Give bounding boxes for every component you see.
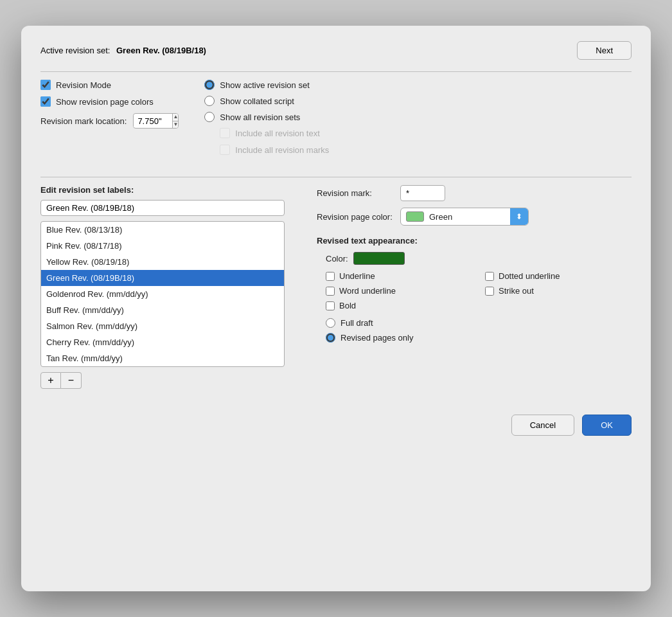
list-item[interactable]: Tan Rev. (mm/dd/yy) [41,350,284,366]
strike-out-item: Strike out [485,286,632,296]
mid-divider [40,177,632,177]
edit-revision-label: Edit revision set labels: [40,185,285,195]
revision-page-color-row: Revision page color: Green ⬍ [317,208,632,226]
list-item[interactable]: Blue Rev. (08/13/18) [41,222,284,238]
revised-pages-row: Revised pages only [317,333,632,343]
revision-mark-field-label: Revision mark: [317,188,400,198]
underline-checkbox[interactable] [326,272,335,281]
current-label-input[interactable] [40,200,285,216]
dialog-container: Active revision set: Green Rev. (08/19B/… [21,26,651,591]
bold-label: Bold [339,301,356,310]
word-underline-checkbox[interactable] [326,287,335,296]
show-active-radio[interactable] [204,80,215,90]
include-marks-row: Include all revision marks [220,145,632,155]
revised-pages-radio[interactable] [326,333,335,343]
active-revision-info: Active revision set: Green Rev. (08/19B/… [40,46,206,55]
show-active-row: Show active revision set [204,80,632,90]
word-underline-item: Word underline [326,286,472,296]
include-text-checkbox[interactable] [220,128,230,138]
spinner-input-wrap: ▲ ▼ [133,113,179,129]
appearance-checks-grid: Underline Dotted underline Word underlin… [317,271,632,310]
cancel-button[interactable]: Cancel [511,415,574,436]
color-dropdown-arrow-icon[interactable]: ⬍ [510,208,528,225]
appearance-section-label: Revised text appearance: [317,236,632,246]
strike-out-checkbox[interactable] [485,287,494,296]
revised-pages-label: Revised pages only [340,333,413,343]
show-colors-row: Show revision page colors [40,96,179,107]
appearance-color-swatch[interactable] [353,252,405,265]
ok-button[interactable]: OK [582,415,632,436]
revision-listbox: Blue Rev. (08/13/18) Pink Rev. (08/17/18… [40,221,285,367]
show-collated-row: Show collated script [204,96,632,106]
revision-page-color-label: Revision page color: [317,212,400,222]
add-revision-button[interactable]: + [40,372,61,389]
list-item[interactable]: Cherry Rev. (mm/dd/yy) [41,334,284,350]
list-item[interactable]: Green Rev. (08/19B/18) [41,270,284,286]
revision-mark-location-row: Revision mark location: ▲ ▼ [40,113,179,129]
edit-right-panel: Revision mark: Revision page color: Gree… [317,185,632,389]
full-draft-row: Full draft [317,318,632,328]
right-options: Show active revision set Show collated s… [204,80,632,161]
next-button[interactable]: Next [577,41,632,60]
revision-mark-field-row: Revision mark: [317,185,632,201]
active-revision-static-label: Active revision set: [40,46,110,55]
full-draft-label: Full draft [340,318,373,328]
include-marks-checkbox[interactable] [220,145,230,155]
edit-left-panel: Edit revision set labels: Blue Rev. (08/… [40,185,285,389]
underline-item: Underline [326,271,472,281]
appearance-color-row: Color: [317,252,632,265]
list-item[interactable]: Salmon Rev. (mm/dd/yy) [41,318,284,334]
color-dropdown-text: Green [429,212,510,222]
include-text-row: Include all revision text [220,128,632,138]
dotted-underline-checkbox[interactable] [485,272,494,281]
revision-mode-label: Revision Mode [56,80,111,90]
underline-label: Underline [339,271,375,281]
full-draft-radio[interactable] [326,318,335,328]
strike-out-label: Strike out [499,286,534,296]
show-all-label: Show all revision sets [220,112,300,122]
add-remove-row: + − [40,372,285,389]
top-section: Revision Mode Show revision page colors … [40,80,632,161]
footer: Cancel OK [40,415,632,436]
appearance-section: Revised text appearance: Color: Underlin… [317,236,632,343]
show-collated-radio[interactable] [204,96,215,106]
list-item[interactable]: Pink Rev. (08/17/18) [41,238,284,254]
show-colors-label: Show revision page colors [56,97,154,107]
left-options: Revision Mode Show revision page colors … [40,80,179,161]
revision-mark-input[interactable] [400,185,445,201]
list-item[interactable]: Goldenrod Rev. (mm/dd/yy) [41,286,284,302]
list-item[interactable]: Yellow Rev. (08/19/18) [41,254,284,270]
appearance-color-label: Color: [326,254,348,264]
remove-revision-button[interactable]: − [61,372,82,389]
bottom-section: Edit revision set labels: Blue Rev. (08/… [40,185,632,389]
spinner-down-button[interactable]: ▼ [173,121,178,129]
show-collated-label: Show collated script [220,96,294,106]
include-text-label: Include all revision text [235,129,320,138]
revision-mode-checkbox[interactable] [40,80,51,90]
dotted-underline-label: Dotted underline [499,271,560,281]
revision-mark-location-input[interactable] [134,115,172,127]
show-active-label: Show active revision set [220,80,309,90]
word-underline-label: Word underline [339,286,396,296]
spinner-arrows: ▲ ▼ [172,114,178,128]
show-all-row: Show all revision sets [204,112,632,122]
revision-page-color-dropdown[interactable]: Green ⬍ [400,208,529,226]
dotted-underline-item: Dotted underline [485,271,632,281]
revision-mode-row: Revision Mode [40,80,179,90]
bold-item: Bold [326,301,472,310]
revision-mark-location-label: Revision mark location: [40,116,127,126]
spinner-up-button[interactable]: ▲ [173,114,178,121]
list-item[interactable]: Buff Rev. (mm/dd/yy) [41,302,284,318]
show-all-radio[interactable] [204,112,215,122]
show-colors-checkbox[interactable] [40,96,51,107]
active-revision-value: Green Rev. (08/19B/18) [116,46,206,55]
header-row: Active revision set: Green Rev. (08/19B/… [40,41,632,60]
include-marks-label: Include all revision marks [235,145,329,155]
bold-checkbox[interactable] [326,301,335,310]
color-swatch-green [406,211,424,222]
top-divider [40,71,632,72]
